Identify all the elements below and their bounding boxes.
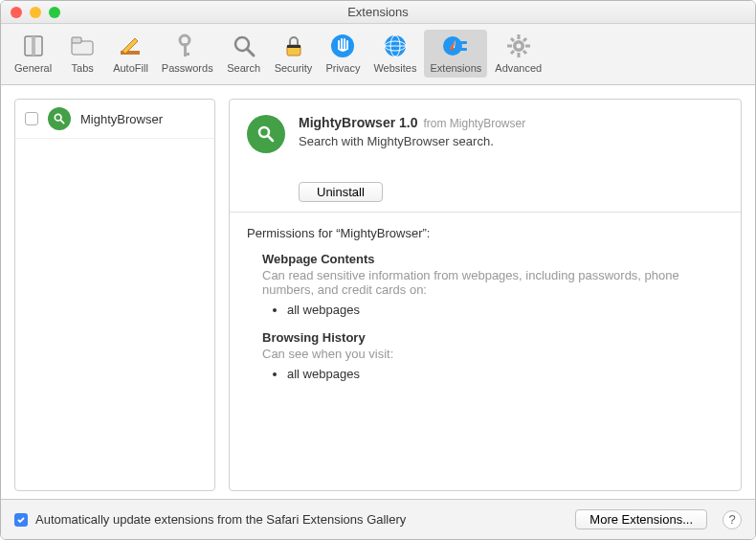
titlebar: Extensions bbox=[1, 1, 755, 24]
tab-label: Advanced bbox=[495, 62, 542, 74]
tabs-icon bbox=[68, 32, 97, 60]
permission-title: Webpage Contents bbox=[262, 252, 723, 266]
permission-item: all webpages bbox=[287, 303, 723, 317]
tab-label: Websites bbox=[373, 62, 416, 74]
permission-browsing-history: Browsing History Can see when you visit:… bbox=[247, 330, 723, 381]
more-extensions-button[interactable]: More Extensions... bbox=[575, 509, 707, 529]
search-icon bbox=[230, 32, 258, 60]
extension-name: MightyBrowser bbox=[80, 112, 163, 126]
extension-large-icon bbox=[247, 115, 285, 153]
permissions-heading: Permissions for “MightyBrowser”: bbox=[247, 226, 723, 240]
svg-rect-3 bbox=[72, 37, 81, 43]
autofill-icon bbox=[116, 32, 145, 60]
svg-line-36 bbox=[268, 136, 273, 141]
content-area: MightyBrowser MightyBrowser 1.0 from Mig… bbox=[1, 85, 755, 499]
auto-update-checkbox[interactable] bbox=[14, 513, 28, 527]
svg-line-31 bbox=[511, 51, 514, 54]
extension-enable-checkbox[interactable] bbox=[25, 112, 38, 125]
tab-label: Security bbox=[275, 62, 313, 74]
preferences-window: Extensions General Tabs AutoFill Passwor… bbox=[0, 0, 756, 540]
general-icon bbox=[19, 32, 48, 60]
svg-rect-22 bbox=[460, 48, 467, 51]
extension-author: from MightyBrowser bbox=[423, 117, 525, 130]
svg-line-30 bbox=[523, 51, 526, 54]
tab-privacy[interactable]: Privacy bbox=[320, 30, 366, 78]
window-title: Extensions bbox=[1, 5, 755, 19]
svg-rect-1 bbox=[32, 36, 35, 56]
preferences-toolbar: General Tabs AutoFill Passwords Search bbox=[1, 24, 755, 85]
uninstall-button[interactable]: Uninstall bbox=[299, 182, 383, 202]
extension-details-panel: MightyBrowser 1.0 from MightyBrowser Sea… bbox=[229, 99, 742, 491]
svg-line-29 bbox=[511, 38, 514, 41]
globe-icon bbox=[381, 32, 410, 60]
tab-label: Passwords bbox=[162, 62, 213, 74]
help-button[interactable]: ? bbox=[723, 510, 742, 529]
tab-security[interactable]: Security bbox=[269, 30, 319, 78]
svg-line-34 bbox=[60, 120, 63, 123]
tab-search[interactable]: Search bbox=[221, 30, 267, 78]
compass-icon bbox=[441, 32, 470, 60]
extensions-sidebar: MightyBrowser bbox=[14, 99, 215, 491]
svg-point-24 bbox=[516, 44, 521, 49]
tab-tabs[interactable]: Tabs bbox=[59, 30, 105, 78]
tab-label: General bbox=[14, 62, 52, 74]
permission-webpage-contents: Webpage Contents Can read sensitive info… bbox=[247, 252, 723, 317]
extension-icon bbox=[48, 107, 71, 130]
extension-title: MightyBrowser 1.0 bbox=[299, 115, 417, 130]
svg-rect-21 bbox=[460, 41, 467, 44]
tab-advanced[interactable]: Advanced bbox=[489, 30, 547, 78]
tab-label: Privacy bbox=[325, 62, 360, 74]
permission-title: Browsing History bbox=[262, 330, 723, 345]
permission-description: Can read sensitive information from webp… bbox=[262, 268, 723, 297]
tab-autofill[interactable]: AutoFill bbox=[107, 30, 154, 78]
footer: Automatically update extensions from the… bbox=[1, 499, 755, 539]
svg-rect-8 bbox=[184, 53, 189, 56]
tab-label: AutoFill bbox=[113, 62, 148, 74]
svg-line-10 bbox=[247, 49, 254, 56]
lock-icon bbox=[279, 32, 308, 60]
auto-update-label: Automatically update extensions from the… bbox=[35, 512, 567, 527]
gear-icon bbox=[504, 32, 533, 60]
tab-label: Extensions bbox=[430, 62, 481, 74]
tab-passwords[interactable]: Passwords bbox=[156, 30, 219, 78]
permissions-section: Permissions for “MightyBrowser”: Webpage… bbox=[230, 213, 741, 408]
permission-item: all webpages bbox=[287, 367, 723, 381]
extension-list-item[interactable]: MightyBrowser bbox=[15, 100, 214, 139]
permission-description: Can see when you visit: bbox=[262, 347, 723, 361]
details-header: MightyBrowser 1.0 from MightyBrowser Sea… bbox=[230, 100, 741, 169]
key-icon bbox=[173, 32, 202, 60]
svg-rect-12 bbox=[287, 45, 300, 48]
hand-icon bbox=[328, 32, 357, 60]
tab-label: Tabs bbox=[72, 62, 94, 74]
tab-general[interactable]: General bbox=[9, 30, 57, 78]
tab-websites[interactable]: Websites bbox=[367, 30, 422, 78]
extension-description: Search with MightyBrowser search. bbox=[299, 134, 525, 148]
tab-label: Search bbox=[227, 62, 260, 74]
svg-line-32 bbox=[523, 38, 526, 41]
tab-extensions[interactable]: Extensions bbox=[424, 30, 487, 78]
